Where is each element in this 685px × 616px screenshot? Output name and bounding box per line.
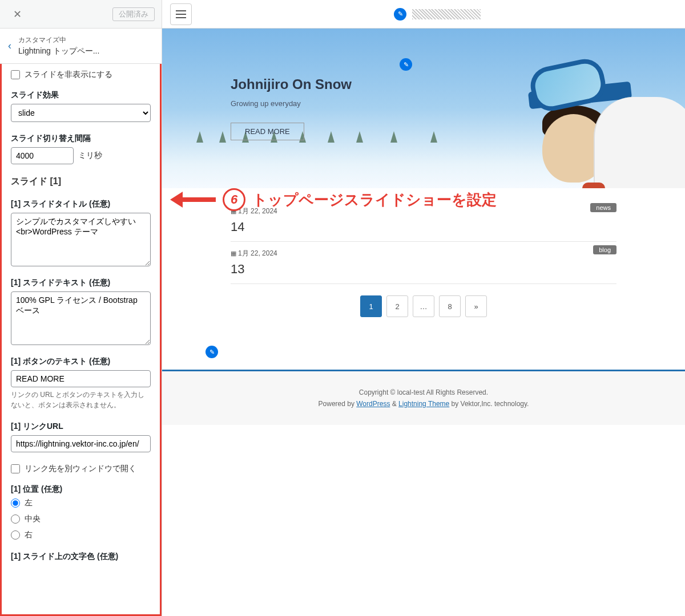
posts-section: 6 トップページスライドショーを設定 1月 22, 2024 14 news 1… <box>162 188 685 346</box>
edit-icon[interactable]: ✎ <box>394 8 406 21</box>
interval-label: スライド切り替え間隔 <box>11 133 151 144</box>
step-badge: 6 <box>223 188 245 211</box>
page-next[interactable]: » <box>465 295 487 317</box>
wordpress-link[interactable]: WordPress <box>356 400 390 408</box>
color-label: [1] スライド上の文字色 (任意) <box>11 552 151 562</box>
site-title-placeholder <box>412 9 481 19</box>
newwindow-checkbox[interactable]: リンク先を別ウィンドウで開く <box>11 464 151 474</box>
sidebar-top-bar: ✕ 公開済み <box>0 0 162 29</box>
glove <box>582 183 605 188</box>
hero-button[interactable]: READ MORE <box>231 123 304 140</box>
slide-url-label: [1] リンクURL <box>11 422 151 432</box>
hide-slide-checkbox[interactable]: スライドを非表示にする <box>11 70 151 80</box>
heading-title: Lightning トップペー... <box>18 46 99 56</box>
slide-section-title: スライド [1] <box>11 176 151 188</box>
slide-btn-input[interactable] <box>11 370 151 387</box>
post-tag[interactable]: blog <box>593 245 616 254</box>
pos-radio-right[interactable]: 右 <box>11 530 151 540</box>
customizer-sidebar: ✕ 公開済み ‹ カスタマイズ中 Lightning トップペー... スライド… <box>0 0 162 616</box>
preview-topbar: ✎ <box>162 0 685 29</box>
annotation-text: トップページスライドショーを設定 <box>252 190 497 210</box>
sidebar-body: スライドを非表示にする スライド効果 slide スライド切り替え間隔 ミリ秒 … <box>0 64 162 616</box>
interval-input[interactable] <box>11 147 74 164</box>
hero-title: Johnijiro On Snow <box>231 76 352 92</box>
hero-subtitle: Growing up everyday <box>231 99 352 108</box>
theme-link[interactable]: Lightning Theme <box>398 400 449 408</box>
pos-radio-left[interactable]: 左 <box>11 498 151 508</box>
slide-title-input[interactable]: シンプルでカスタマイズしやすい <br>WordPress テーマ <box>11 213 151 266</box>
post-tag[interactable]: news <box>590 203 616 212</box>
post-date: 1月 22, 2024 <box>231 249 616 258</box>
page-link[interactable]: 1 <box>360 295 382 317</box>
site-footer: Copyright © local-test All Rights Reserv… <box>162 371 685 425</box>
close-icon[interactable]: ✕ <box>7 4 27 25</box>
slide-text-input[interactable]: 100% GPL ライセンス / Bootstrap ベース <box>11 291 151 345</box>
publish-button[interactable]: 公開済み <box>112 7 155 21</box>
back-icon[interactable]: ‹ <box>8 40 11 52</box>
post-item[interactable]: 1月 22, 2024 13 blog <box>231 242 616 284</box>
page-link[interactable]: 2 <box>386 295 408 317</box>
post-title: 14 <box>231 220 616 234</box>
copyright: Copyright © local-test All Rights Reserv… <box>179 388 668 396</box>
post-title: 13 <box>231 262 616 277</box>
effect-label: スライド効果 <box>11 90 151 100</box>
page-ellipsis: … <box>413 295 434 317</box>
goggles <box>527 55 609 114</box>
slide-url-input[interactable] <box>11 435 151 452</box>
pos-label: [1] 位置 (任意) <box>11 484 151 495</box>
edit-icon[interactable]: ✎ <box>206 346 218 358</box>
hero-slide: Johnijiro On Snow Growing up everyday RE… <box>162 29 685 188</box>
sidebar-heading: ‹ カスタマイズ中 Lightning トップペー... <box>0 29 162 64</box>
snowboard <box>594 97 685 188</box>
heading-small: カスタマイズ中 <box>18 36 66 44</box>
slide-title-label: [1] スライドタイトル (任意) <box>11 199 151 209</box>
slide-btn-note: リンクの URL とボタンのテキストを入力しないと、ボタンは表示されません。 <box>11 390 151 410</box>
slide-btn-label: [1] ボタンのテキスト (任意) <box>11 356 151 367</box>
menu-icon[interactable] <box>170 3 192 25</box>
annotation: 6 トップページスライドショーを設定 <box>170 188 497 211</box>
interval-unit: ミリ秒 <box>78 151 102 161</box>
edit-icon[interactable]: ✎ <box>400 58 412 71</box>
slide-text-label: [1] スライドテキスト (任意) <box>11 278 151 288</box>
preview-pane: ✎ Johnijiro On Snow Growing up everyday … <box>162 0 685 616</box>
effect-select[interactable]: slide <box>11 104 151 122</box>
pagination: 1 2 … 8 » <box>231 284 616 329</box>
arrow-icon <box>170 192 183 208</box>
pos-radio-center[interactable]: 中央 <box>11 514 151 524</box>
page-link[interactable]: 8 <box>439 295 461 317</box>
